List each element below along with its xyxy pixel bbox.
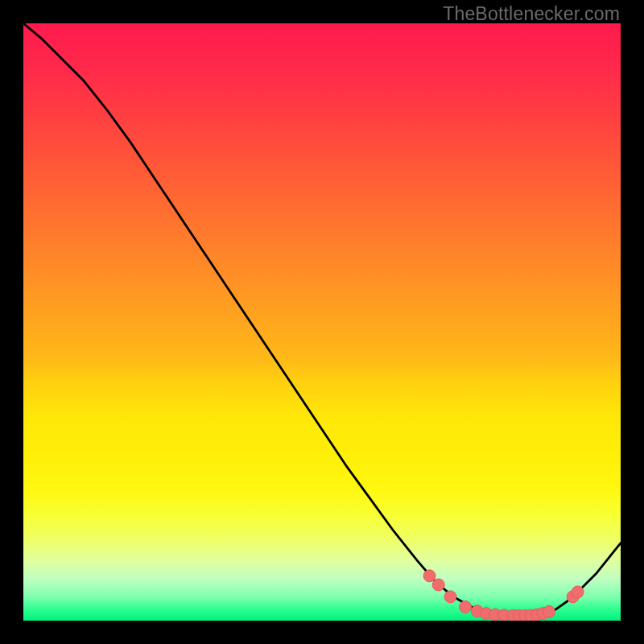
figure-container: TheBottlenecker.com — [0, 0, 644, 644]
watermark-text: TheBottlenecker.com — [443, 3, 620, 25]
plot-gradient-background — [23, 23, 621, 621]
